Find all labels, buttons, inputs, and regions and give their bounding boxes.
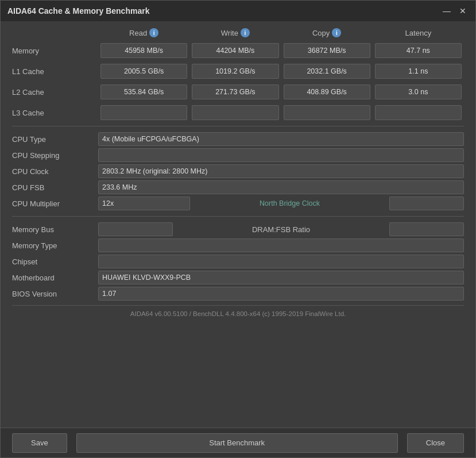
latency-column-header: Latency (373, 28, 464, 37)
l1-latency-value: 1.1 ns (375, 64, 462, 79)
memory-read-value: 45958 MB/s (100, 43, 187, 58)
l1-read-value: 2005.5 GB/s (100, 64, 187, 79)
memory-write-value: 44204 MB/s (192, 43, 278, 58)
l3-copy-value (284, 105, 370, 120)
bios-version-value: 1.07 (98, 287, 464, 301)
bios-version-label: BIOS Version (12, 290, 98, 298)
l2-latency-value: 3.0 ns (375, 84, 462, 99)
write-column-header: Write i (189, 28, 281, 37)
dram-fsb-ratio-label: DRAM:FSB Ratio (173, 225, 389, 234)
memory-type-label: Memory Type (12, 241, 98, 250)
table-header-row: Read i Write i Copy i Latency (12, 28, 464, 40)
motherboard-value: HUAWEI KLVD-WXX9-PCB (98, 271, 464, 284)
memory-type-row: Memory Type (12, 238, 464, 252)
memory-latency-value: 47.7 ns (375, 43, 462, 58)
l2-write-value: 271.73 GB/s (192, 84, 278, 99)
minimize-button[interactable]: — (441, 7, 452, 15)
write-info-icon[interactable]: i (241, 28, 250, 37)
motherboard-row: Motherboard HUAWEI KLVD-WXX9-PCB (12, 271, 464, 284)
north-bridge-clock-value (389, 197, 464, 210)
cpu-fsb-label: CPU FSB (12, 183, 98, 192)
bottom-action-bar: Save Start Benchmark Close (1, 428, 475, 457)
cpu-fsb-row: CPU FSB 233.6 MHz (12, 180, 464, 194)
memory-label: Memory (12, 47, 98, 55)
chipset-row: Chipset (12, 255, 464, 268)
chipset-value (98, 255, 464, 268)
bios-version-row: BIOS Version 1.07 (12, 287, 464, 301)
window-title: AIDA64 Cache & Memory Benchmark (7, 6, 149, 16)
main-window: AIDA64 Cache & Memory Benchmark — ✕ Read… (0, 0, 476, 458)
memory-bus-row: Memory Bus DRAM:FSB Ratio (12, 222, 464, 236)
l1-cache-row: L1 Cache 2005.5 GB/s 1019.2 GB/s 2032.1 … (12, 64, 464, 79)
l2-read-value: 535.84 GB/s (100, 84, 187, 99)
memory-bus-label: Memory Bus (12, 225, 98, 234)
l2-cache-label: L2 Cache (12, 88, 98, 97)
title-bar-controls: — ✕ (441, 7, 469, 15)
cpu-multiplier-value: 12x (98, 197, 190, 210)
main-content: Read i Write i Copy i Latency Memory 459… (1, 21, 475, 428)
l2-cache-row: L2 Cache 535.84 GB/s 271.73 GB/s 408.89 … (12, 84, 464, 99)
cpu-info-section: CPU Type 4x (Mobile uFCPGA/uFCBGA) CPU S… (12, 132, 464, 210)
cpu-type-row: CPU Type 4x (Mobile uFCPGA/uFCBGA) (12, 132, 464, 146)
copy-column-header: Copy i (281, 28, 373, 37)
divider-1 (12, 126, 464, 126)
dram-fsb-ratio-value (389, 222, 464, 236)
cpu-clock-value: 2803.2 MHz (original: 2800 MHz) (98, 164, 464, 178)
l3-cache-label: L3 Cache (12, 109, 98, 117)
cpu-stepping-label: CPU Stepping (12, 151, 98, 160)
memory-row: Memory 45958 MB/s 44204 MB/s 36872 MB/s … (12, 43, 464, 58)
chipset-label: Chipset (12, 257, 98, 266)
copy-info-icon[interactable]: i (332, 28, 341, 37)
l1-write-value: 1019.2 GB/s (192, 64, 278, 79)
l1-cache-label: L1 Cache (12, 67, 98, 76)
footer-text: AIDA64 v6.00.5100 / BenchDLL 4.4.800-x64… (12, 305, 464, 320)
cpu-multiplier-row: CPU Multiplier 12x North Bridge Clock (12, 197, 464, 210)
memory-info-section: Memory Bus DRAM:FSB Ratio Memory Type Ch… (12, 222, 464, 301)
north-bridge-clock-label: North Bridge Clock (190, 199, 389, 207)
memory-copy-value: 36872 MB/s (284, 43, 370, 58)
l3-write-value (192, 105, 278, 120)
cpu-type-label: CPU Type (12, 135, 98, 144)
title-bar: AIDA64 Cache & Memory Benchmark — ✕ (1, 1, 475, 21)
l3-latency-value (375, 105, 462, 120)
divider-2 (12, 216, 464, 217)
read-info-icon[interactable]: i (149, 28, 158, 37)
l3-cache-row: L3 Cache (12, 105, 464, 120)
read-column-header: Read i (98, 28, 189, 37)
cpu-type-value: 4x (Mobile uFCPGA/uFCBGA) (98, 132, 464, 146)
motherboard-label: Motherboard (12, 274, 98, 282)
save-button[interactable]: Save (12, 433, 67, 453)
memory-bus-value (98, 222, 173, 236)
start-benchmark-button[interactable]: Start Benchmark (76, 433, 398, 453)
cpu-stepping-value (98, 148, 464, 162)
cpu-multiplier-label: CPU Multiplier (12, 199, 98, 208)
cpu-clock-label: CPU Clock (12, 167, 98, 176)
cpu-stepping-row: CPU Stepping (12, 148, 464, 162)
l3-read-value (100, 105, 187, 120)
close-button[interactable]: Close (407, 433, 464, 453)
close-window-button[interactable]: ✕ (457, 7, 469, 15)
l2-copy-value: 408.89 GB/s (284, 84, 370, 99)
l1-copy-value: 2032.1 GB/s (284, 64, 370, 79)
cpu-fsb-value: 233.6 MHz (98, 180, 464, 194)
cpu-clock-row: CPU Clock 2803.2 MHz (original: 2800 MHz… (12, 164, 464, 178)
memory-type-value (98, 238, 464, 252)
